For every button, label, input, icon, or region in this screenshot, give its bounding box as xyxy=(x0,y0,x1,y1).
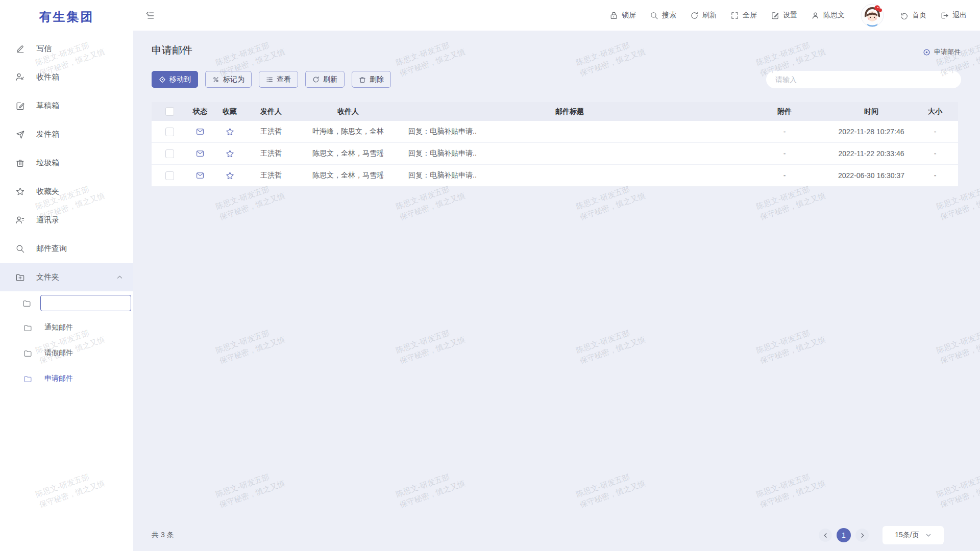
trash-icon xyxy=(359,76,366,83)
move-to-label: 移动到 xyxy=(169,75,191,84)
page-number[interactable]: 1 xyxy=(837,528,851,542)
main-content: 申请邮件 申请邮件 移动到 标记为 查看 刷新 xyxy=(133,31,980,551)
sidebar-item-label: 文件夹 xyxy=(36,272,59,282)
global-search-label: 搜索 xyxy=(662,11,676,20)
delete-button[interactable]: 删除 xyxy=(352,71,391,88)
mail-table: 状态 收藏 发件人 收件人 邮件标题 附件 时间 大小 王洪哲 叶海峰，陈思文，… xyxy=(152,102,958,187)
sidebar-item-label: 草稿箱 xyxy=(36,101,59,111)
contacts-icon xyxy=(15,215,25,225)
home-button[interactable]: 首页 xyxy=(900,11,926,20)
view-button[interactable]: 查看 xyxy=(259,71,298,88)
cell-recipients: 陈思文，全林，马雪瑶 xyxy=(296,149,401,158)
row-checkbox[interactable] xyxy=(165,171,174,180)
lock-screen-button[interactable]: 锁屏 xyxy=(609,11,636,20)
prev-page-button[interactable] xyxy=(819,529,832,542)
folder-add-icon xyxy=(15,272,25,282)
menu-fold-icon[interactable] xyxy=(145,10,155,20)
sidebar-nav: 写信 收件箱 草稿箱 发件箱 垃圾箱 收藏夹 xyxy=(0,34,133,391)
pencil-icon xyxy=(15,44,25,54)
table-row[interactable]: 王洪哲 陈思文，全林，马雪瑶 回复：电脑补贴申请.. - 2022-06-30 … xyxy=(152,165,958,187)
logout-button[interactable]: 退出 xyxy=(940,11,967,20)
folder-label: 申请邮件 xyxy=(44,374,73,383)
breadcrumb-label: 申请邮件 xyxy=(934,47,961,57)
chevron-up-icon xyxy=(116,274,123,281)
mail-read-icon xyxy=(195,127,205,136)
folder-label: 通知邮件 xyxy=(44,323,73,332)
sidebar-item-label: 收件箱 xyxy=(36,72,59,82)
cell-size: - xyxy=(912,149,958,158)
refresh-button[interactable]: 刷新 xyxy=(690,11,717,20)
sidebar-item-compose[interactable]: 写信 xyxy=(0,34,133,63)
sidebar-item-label: 收藏夹 xyxy=(36,187,59,196)
global-search-button[interactable]: 搜索 xyxy=(650,11,676,20)
col-status: 状态 xyxy=(187,107,213,116)
col-size: 大小 xyxy=(912,107,958,116)
next-page-button[interactable] xyxy=(855,529,869,542)
app-window: 有生集团 写信 收件箱 草稿箱 发件箱 垃圾箱 xyxy=(0,0,980,551)
sidebar-item-label: 通讯录 xyxy=(36,215,59,225)
row-checkbox[interactable] xyxy=(165,149,174,158)
search-icon xyxy=(15,244,25,254)
lock-screen-label: 锁屏 xyxy=(622,11,636,20)
cell-size: - xyxy=(912,128,958,136)
sidebar-item-inbox[interactable]: 收件箱 xyxy=(0,63,133,91)
avatar[interactable] xyxy=(861,4,884,27)
table-row[interactable]: 王洪哲 陈思文，全林，马雪瑶 回复：电脑补贴申请.. - 2022-11-22 … xyxy=(152,143,958,165)
settings-button[interactable]: 设置 xyxy=(771,11,797,20)
sidebar: 有生集团 写信 收件箱 草稿箱 发件箱 垃圾箱 xyxy=(0,0,133,551)
brand-logo: 有生集团 xyxy=(0,0,133,25)
fullscreen-button[interactable]: 全屏 xyxy=(730,11,757,20)
back-home-icon xyxy=(900,11,909,20)
sidebar-item-trash[interactable]: 垃圾箱 xyxy=(0,148,133,177)
refresh-icon xyxy=(312,76,320,83)
send-icon xyxy=(15,130,25,139)
user-name-label: 陈思文 xyxy=(823,11,845,20)
mark-as-button[interactable]: 标记为 xyxy=(205,71,252,88)
list-search-input[interactable] xyxy=(774,75,953,84)
favorite-star-icon[interactable] xyxy=(225,127,235,137)
sidebar-item-mail-search[interactable]: 邮件查询 xyxy=(0,234,133,263)
sidebar-item-contacts[interactable]: 通讯录 xyxy=(0,206,133,234)
sidebar-item-drafts[interactable]: 草稿箱 xyxy=(0,91,133,120)
new-folder-input[interactable] xyxy=(40,295,131,311)
table-row[interactable]: 王洪哲 叶海峰，陈思文，全林 回复：电脑补贴申请.. - 2022-11-28 … xyxy=(152,121,958,143)
row-checkbox[interactable] xyxy=(165,128,174,136)
lock-icon xyxy=(609,11,618,20)
user-icon xyxy=(811,11,820,20)
move-to-button[interactable]: 移动到 xyxy=(152,71,198,88)
refresh-list-label: 刷新 xyxy=(323,75,337,84)
col-favorite: 收藏 xyxy=(213,107,247,116)
col-recipients: 收件人 xyxy=(296,107,401,116)
sidebar-folder-application[interactable]: 申请邮件 xyxy=(0,366,133,391)
home-label: 首页 xyxy=(912,11,926,20)
fullscreen-label: 全屏 xyxy=(743,11,757,20)
toolbar: 移动到 标记为 查看 刷新 删除 xyxy=(152,71,391,88)
sidebar-item-label: 发件箱 xyxy=(36,130,59,139)
select-all-checkbox[interactable] xyxy=(165,107,174,116)
cell-sender: 王洪哲 xyxy=(247,149,296,158)
current-user[interactable]: 陈思文 xyxy=(811,11,845,20)
refresh-list-button[interactable]: 刷新 xyxy=(305,71,345,88)
sidebar-folder-leave[interactable]: 请假邮件 xyxy=(0,340,133,366)
topbar: 锁屏 搜索 刷新 全屏 设置 陈思文 xyxy=(133,0,980,31)
fullscreen-icon xyxy=(730,11,739,20)
list-footer: 共 3 条 1 15条/页 xyxy=(152,525,944,545)
cell-time: 2022-11-28 10:27:46 xyxy=(830,128,912,136)
star-icon xyxy=(15,187,25,196)
sidebar-item-folders[interactable]: 文件夹 xyxy=(0,263,133,291)
favorite-star-icon[interactable] xyxy=(225,171,235,181)
sidebar-item-label: 垃圾箱 xyxy=(36,158,59,168)
sidebar-folder-notice[interactable]: 通知邮件 xyxy=(0,315,133,340)
sidebar-item-sent[interactable]: 发件箱 xyxy=(0,120,133,148)
folder-icon xyxy=(23,323,32,332)
page-size-value: 15条/页 xyxy=(895,531,919,540)
cell-subject: 回复：电脑补贴申请.. xyxy=(401,149,739,158)
page-title: 申请邮件 xyxy=(152,43,192,57)
page-size-select[interactable]: 15条/页 xyxy=(883,526,944,544)
cell-recipients: 叶海峰，陈思文，全林 xyxy=(296,127,401,136)
sidebar-item-favorites[interactable]: 收藏夹 xyxy=(0,177,133,206)
col-sender: 发件人 xyxy=(247,107,296,116)
mail-read-icon xyxy=(195,149,205,158)
cell-attachment: - xyxy=(739,149,830,158)
favorite-star-icon[interactable] xyxy=(225,149,235,159)
